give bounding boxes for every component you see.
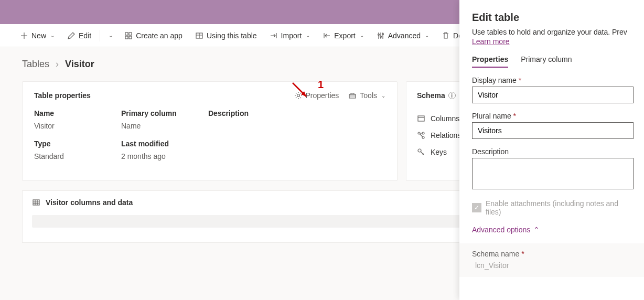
tools-link-label: Tools <box>360 91 377 100</box>
svg-rect-2 <box>125 36 128 39</box>
plus-icon <box>20 31 28 40</box>
tab-properties[interactable]: Properties <box>472 55 508 68</box>
chevron-right-icon: › <box>56 59 59 70</box>
svg-point-12 <box>422 136 424 138</box>
sliders-icon <box>377 31 385 40</box>
new-label: New <box>31 31 46 40</box>
edit-label: Edit <box>79 31 91 40</box>
annotation-label-1: 1 <box>318 79 324 91</box>
app-grid-icon <box>124 31 133 40</box>
chevron-down-icon: ⌄ <box>425 33 429 38</box>
using-table-label: Using this table <box>207 31 257 40</box>
import-icon <box>270 31 278 40</box>
export-icon <box>323 31 331 40</box>
panel-title: Edit table <box>472 12 636 24</box>
advanced-button[interactable]: Advanced ⌄ <box>371 28 434 43</box>
export-button[interactable]: Export ⌄ <box>317 28 369 43</box>
table-properties-card: Table properties Properties Tools ⌄ Name… <box>22 81 398 181</box>
panel-description: Use tables to hold and organize your dat… <box>472 28 636 36</box>
toolbox-icon <box>348 91 357 100</box>
svg-rect-0 <box>125 33 128 35</box>
label-primary: Primary column <box>121 107 208 117</box>
columns-icon <box>417 114 425 123</box>
enable-attachments-label: Enable attachments (including notes and … <box>486 199 636 216</box>
label-type: Type <box>34 137 121 148</box>
advanced-options-label: Advanced options <box>472 226 530 234</box>
value-type: Standard <box>34 152 121 164</box>
chevron-down-icon[interactable]: ⌄ <box>104 29 117 41</box>
chevron-down-icon: ⌄ <box>360 33 364 38</box>
tab-primary-column[interactable]: Primary column <box>521 55 572 68</box>
learn-more-link[interactable]: Learn more <box>472 37 510 46</box>
schema-name-value: lcn_Visitor <box>472 261 509 270</box>
info-icon[interactable]: i <box>448 92 456 99</box>
plural-name-input[interactable] <box>472 122 634 139</box>
label-description: Description <box>208 107 385 117</box>
value-description <box>208 122 385 133</box>
plural-name-label: Plural name <box>472 112 636 120</box>
schema-columns-label: Columns <box>431 114 459 123</box>
label-last-modified: Last modified <box>121 137 208 148</box>
chevron-down-icon: ⌄ <box>50 33 55 38</box>
advanced-label: Advanced <box>388 31 421 40</box>
import-button[interactable]: Import ⌄ <box>264 28 316 43</box>
new-button[interactable]: New ⌄ <box>15 28 60 43</box>
enable-attachments-row: ✓ Enable attachments (including notes an… <box>472 199 636 216</box>
schema-title: Schema <box>417 91 445 100</box>
advanced-options-toggle[interactable]: Advanced options ⌃ <box>472 226 540 234</box>
display-name-input[interactable] <box>472 87 634 103</box>
trash-icon <box>442 31 450 40</box>
create-app-button[interactable]: Create an app <box>119 28 188 43</box>
schema-name-section: Schema name * lcn_Visitor <box>459 243 644 277</box>
chevron-down-icon: ⌄ <box>306 33 310 38</box>
schema-name-label: Schema name * <box>472 250 636 258</box>
panel-tabs: Properties Primary column <box>472 55 636 68</box>
breadcrumb-current: Visitor <box>65 59 94 70</box>
breadcrumb-root[interactable]: Tables <box>22 59 49 70</box>
annotation-arrow-1 <box>291 81 312 102</box>
chevron-up-icon: ⌃ <box>533 226 540 234</box>
table-icon <box>195 31 203 40</box>
value-primary: Name <box>121 122 208 133</box>
create-app-label: Create an app <box>136 31 183 40</box>
table-properties-title: Table properties <box>34 91 285 100</box>
label-name: Name <box>34 107 121 117</box>
edit-table-panel: Edit table Use tables to hold and organi… <box>459 0 644 300</box>
data-grid-icon <box>32 198 40 207</box>
svg-point-11 <box>418 132 420 134</box>
enable-attachments-checkbox[interactable]: ✓ <box>472 203 481 212</box>
separator <box>100 30 100 41</box>
svg-point-13 <box>422 132 424 134</box>
columns-card-title: Visitor columns and data <box>46 198 133 207</box>
edit-button[interactable]: Edit <box>62 28 96 43</box>
svg-rect-3 <box>129 36 132 39</box>
using-table-button[interactable]: Using this table <box>190 28 262 43</box>
relationships-icon <box>417 131 425 140</box>
tools-link[interactable]: Tools ⌄ <box>348 91 385 100</box>
key-icon <box>417 148 425 156</box>
description-label: Description <box>472 147 636 156</box>
svg-rect-10 <box>418 116 424 121</box>
schema-keys-label: Keys <box>431 148 447 156</box>
export-label: Export <box>334 31 355 40</box>
description-input[interactable] <box>472 158 634 189</box>
chevron-down-icon: ⌄ <box>381 93 385 99</box>
import-label: Import <box>281 31 302 40</box>
svg-rect-15 <box>33 200 39 205</box>
display-name-label: Display name <box>472 76 636 84</box>
svg-rect-1 <box>129 33 132 35</box>
pencil-icon <box>67 31 76 40</box>
value-last-modified: 2 months ago <box>121 152 208 164</box>
value-name: Visitor <box>34 122 121 133</box>
